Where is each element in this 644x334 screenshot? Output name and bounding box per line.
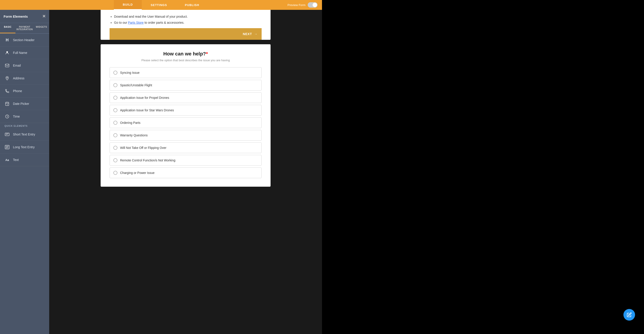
form-subtitle: Please select the option that best descr… [110, 58, 262, 62]
radio-option-ordering-parts[interactable]: Ordering Parts [110, 117, 262, 128]
radio-circle [113, 121, 118, 125]
svg-rect-6 [5, 133, 9, 136]
sidebar-tab-basic[interactable]: BASIC [0, 23, 16, 33]
sidebar-item-full-name[interactable]: Full Name [0, 46, 49, 59]
sidebar-item-phone[interactable]: Phone [0, 85, 49, 98]
sidebar-item-short-text[interactable]: Short Text Entry [0, 128, 49, 141]
sidebar-tab-widgets[interactable]: WIDGETS [34, 23, 49, 33]
sidebar-tabs: BASIC PAYMENT INTEGRATION WIDGETS [0, 23, 49, 34]
sidebar-item-email[interactable]: Email [0, 59, 49, 72]
sidebar-item-short-text-label: Short Text Entry [13, 132, 35, 136]
radio-label: Warranty Questions [120, 134, 148, 137]
sidebar-item-section-header-label: Section Header [13, 38, 35, 42]
sidebar-item-full-name-label: Full Name [13, 51, 27, 54]
preview-toggle[interactable] [308, 2, 318, 8]
text-icon: Aa [4, 157, 10, 162]
quick-elements-label: QUICK ELEMENTS [0, 123, 49, 128]
preview-form-area: Preview Form [288, 2, 318, 8]
sidebar-item-phone-label: Phone [13, 89, 22, 93]
top-card-bullet-2: Go to our Parts Store to order parts & a… [114, 20, 262, 25]
sidebar-item-long-text[interactable]: Long Text Entry [0, 141, 49, 154]
top-card-list: Download and read the User Manual of you… [110, 14, 262, 25]
parts-store-link[interactable]: Parts Store [128, 21, 144, 24]
radio-option-remote-control[interactable]: Remote Control Function/s Not Working [110, 155, 262, 166]
sidebar-item-email-label: Email [13, 64, 21, 67]
radio-label: Spastic/Unstable Flight [120, 84, 152, 87]
content-area: Download and read the User Manual of you… [49, 10, 322, 334]
long-text-icon [4, 144, 10, 150]
address-icon [4, 76, 10, 81]
radio-option-app-issue-starwars[interactable]: Application Issue for Star Wars Drones [110, 105, 262, 116]
svg-point-0 [6, 51, 8, 53]
phone-icon [4, 88, 10, 94]
tab-publish[interactable]: PUBLISH [176, 0, 208, 10]
main-layout: Form Elements ✕ BASIC PAYMENT INTEGRATIO… [0, 10, 322, 334]
next-button[interactable]: NEXT → [110, 28, 262, 40]
radio-circle [113, 133, 118, 137]
radio-label: Ordering Parts [120, 121, 140, 124]
radio-circle [113, 146, 118, 150]
radio-option-app-issue-propel[interactable]: Application Issue for Propel Drones [110, 92, 262, 103]
radio-label: Application Issue for Propel Drones [120, 96, 169, 100]
sidebar-item-time[interactable]: Time [0, 110, 49, 123]
short-text-icon [4, 132, 10, 137]
sidebar-item-date-picker-label: Date Picker [13, 102, 29, 106]
radio-label: Charging or Power Issue [120, 171, 154, 174]
next-arrow-icon: → [254, 32, 258, 36]
sidebar-item-long-text-label: Long Text Entry [13, 145, 35, 149]
sidebar-title: Form Elements [4, 14, 28, 18]
sidebar-item-address[interactable]: Address [0, 72, 49, 85]
sidebar-header: Form Elements ✕ [0, 10, 49, 23]
radio-circle [113, 108, 118, 112]
radio-option-spastic-flight[interactable]: Spastic/Unstable Flight [110, 80, 262, 90]
svg-text:10: 10 [7, 104, 8, 105]
sidebar: Form Elements ✕ BASIC PAYMENT INTEGRATIO… [0, 10, 49, 334]
radio-circle [113, 71, 118, 75]
nav-tabs: BUILD SETTINGS PUBLISH [114, 0, 208, 10]
email-icon [4, 63, 10, 68]
sidebar-tab-payment[interactable]: PAYMENT INTEGRATION [16, 23, 34, 33]
full-name-icon [4, 50, 10, 56]
top-card: Download and read the User Manual of you… [100, 10, 270, 40]
form-title: How can we help?* [110, 51, 262, 57]
radio-option-warranty-questions[interactable]: Warranty Questions [110, 130, 262, 140]
sidebar-item-date-picker[interactable]: 10 Date Picker [0, 98, 49, 110]
top-navigation: BUILD SETTINGS PUBLISH Preview Form [0, 0, 322, 10]
sidebar-item-address-label: Address [13, 76, 24, 80]
form-card: How can we help?* Please select the opti… [100, 44, 270, 187]
svg-rect-1 [5, 64, 9, 67]
preview-form-label: Preview Form [288, 3, 306, 7]
sidebar-item-section-header[interactable]: H Section Header [0, 34, 49, 46]
section-header-icon: H [4, 37, 10, 43]
sidebar-close-button[interactable]: ✕ [42, 14, 46, 19]
top-card-bullet-1: Download and read the User Manual of you… [114, 14, 262, 19]
radio-circle [113, 96, 118, 100]
radio-label: Will Not Take Off or Flipping Over [120, 146, 166, 150]
radio-label: Remote Control Function/s Not Working [120, 158, 175, 162]
tab-build[interactable]: BUILD [114, 0, 142, 10]
sidebar-item-text[interactable]: Aa Text [0, 154, 49, 166]
time-icon [4, 114, 10, 119]
radio-option-syncing-issue[interactable]: Syncing Issue [110, 67, 262, 78]
radio-circle [113, 83, 118, 87]
sidebar-item-text-label: Text [13, 158, 19, 162]
radio-circle [113, 158, 118, 162]
radio-option-wont-takeoff[interactable]: Will Not Take Off or Flipping Over [110, 142, 262, 153]
radio-option-charging-power[interactable]: Charging or Power Issue [110, 168, 262, 178]
sidebar-item-time-label: Time [13, 115, 20, 118]
radio-label: Application Issue for Star Wars Drones [120, 108, 174, 112]
svg-point-2 [7, 77, 8, 78]
tab-settings[interactable]: SETTINGS [142, 0, 176, 10]
date-picker-icon: 10 [4, 101, 10, 106]
required-star: * [206, 51, 208, 56]
radio-label: Syncing Issue [120, 71, 140, 74]
radio-circle [113, 171, 118, 175]
